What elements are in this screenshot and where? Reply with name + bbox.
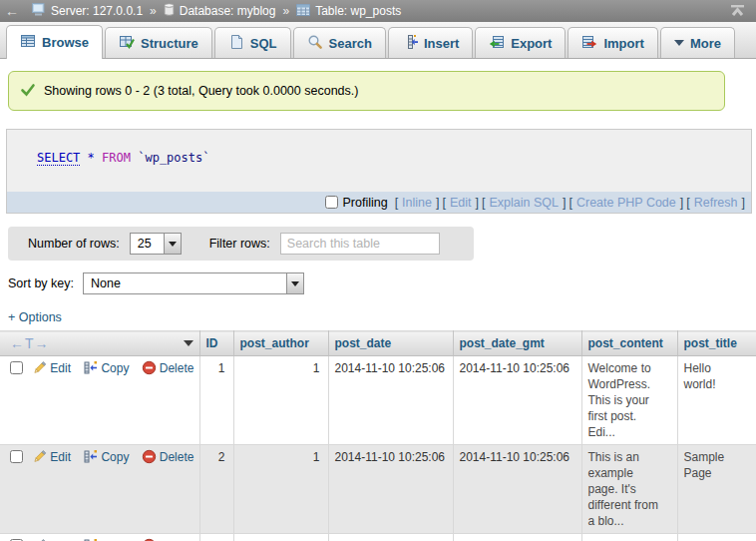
column-nav-arrows-icon[interactable]: ←T→: [10, 335, 50, 351]
table-row: Edit Copy Delete 3 1 2014-11-14 06:33:38…: [0, 534, 756, 541]
delete-action: Delete: [142, 450, 194, 464]
delete-icon: [142, 450, 160, 464]
tab-label: Browse: [42, 35, 89, 50]
cell-post-date: 2014-11-14 06:33:38: [328, 534, 453, 541]
explain-sql-link[interactable]: Explain SQL: [489, 196, 558, 210]
tab-label: Export: [511, 36, 552, 51]
breadcrumb-database[interactable]: Database: myblog: [180, 4, 276, 18]
filter-rows-input[interactable]: [280, 233, 440, 255]
collapse-icon[interactable]: [730, 5, 745, 17]
delete-action: Delete: [142, 361, 194, 375]
profiling-label: Profiling: [342, 196, 387, 210]
cell-post-title: Hello world!: [677, 356, 756, 445]
sql-table-ref: `wp_posts`: [138, 151, 209, 165]
tab-browse[interactable]: Browse: [6, 25, 103, 59]
edit-action: Edit: [32, 361, 71, 375]
column-header-post-title[interactable]: post_title: [677, 331, 756, 356]
cell-post-content: This is an example page. It's different …: [581, 445, 677, 534]
column-header-post-content[interactable]: post_content: [581, 331, 677, 356]
status-message-text: Showing rows 0 - 2 (3 total, Query took …: [44, 84, 358, 98]
number-of-rows-label: Number of rows:: [28, 237, 120, 251]
copy-link[interactable]: Copy: [101, 361, 129, 375]
refresh-link[interactable]: Refresh: [694, 196, 738, 210]
sql-keyword-select: SELECT: [37, 151, 80, 166]
delete-link[interactable]: Delete: [160, 361, 194, 375]
cell-post-content: [581, 534, 677, 541]
sort-dropdown-icon[interactable]: [184, 340, 193, 351]
rows-controls-bar: Number of rows: 25 Filter rows:: [8, 227, 474, 261]
column-header-actions: ←T→: [0, 331, 199, 356]
copy-icon: [83, 361, 101, 375]
tab-search[interactable]: Search: [293, 27, 386, 58]
back-arrow-icon[interactable]: ←: [0, 3, 24, 19]
bracket: [: [568, 196, 571, 210]
cell-post-date-gmt: 0000-00-00 00:00:00: [453, 534, 581, 541]
column-header-post-author[interactable]: post_author: [233, 331, 328, 356]
cell-post-date-gmt: 2014-11-10 10:25:06: [453, 445, 581, 534]
cell-id: 3: [199, 534, 233, 541]
cell-post-date-gmt: 2014-11-10 10:25:06: [453, 356, 581, 445]
delete-link[interactable]: Delete: [160, 450, 194, 464]
profiling-checkbox[interactable]: [325, 196, 338, 209]
tab-import[interactable]: Import: [567, 27, 657, 58]
server-breadcrumb-bar: ← Server: 127.0.0.1 » Database: myblog »…: [0, 0, 756, 22]
cell-post-title: Auto Draft: [677, 534, 756, 541]
sort-by-key-select[interactable]: None: [83, 272, 304, 294]
edit-link[interactable]: Edit: [50, 450, 71, 464]
tab-sql[interactable]: SQL: [214, 27, 291, 58]
sort-by-key-label: Sort by key:: [8, 276, 74, 290]
export-icon: [489, 34, 505, 53]
inline-link[interactable]: Inline: [402, 196, 432, 210]
copy-link[interactable]: Copy: [101, 450, 129, 464]
tab-structure[interactable]: Structure: [105, 27, 212, 58]
tab-label: More: [690, 36, 721, 51]
row-actions-cell: Edit Copy Delete: [0, 445, 199, 534]
row-actions-cell: Edit Copy Delete: [0, 356, 199, 445]
sql-icon: [228, 34, 244, 53]
tab-label: Insert: [424, 36, 459, 51]
cell-post-date: 2014-11-10 10:25:06: [328, 356, 453, 445]
column-header-id[interactable]: ID: [199, 331, 233, 356]
tab-label: Search: [329, 36, 372, 51]
breadcrumb-table[interactable]: Table: wp_posts: [315, 4, 401, 18]
cell-post-author: 1: [233, 356, 328, 445]
edit-link[interactable]: Edit: [50, 361, 71, 375]
tab-export[interactable]: Export: [475, 27, 566, 58]
success-check-icon: [20, 82, 36, 101]
copy-icon: [83, 450, 101, 464]
profiling-toggle: Profiling: [325, 196, 387, 210]
bracket: [: [686, 196, 689, 210]
row-checkbox[interactable]: [10, 450, 23, 463]
cell-post-title: Sample Page: [677, 445, 756, 534]
sql-toolbar: Profiling [Inline] [Edit] [Explain SQL] …: [7, 192, 751, 213]
insert-icon: [402, 34, 418, 53]
bracket: [: [482, 196, 485, 210]
tab-label: Import: [603, 36, 643, 51]
copy-action: Copy: [83, 361, 129, 375]
options-toggle-link[interactable]: + Options: [8, 310, 62, 324]
bracket: ]: [680, 196, 683, 210]
table-row: Edit Copy Delete 2 1 2014-11-10 10:25:06…: [0, 445, 756, 534]
column-header-post-date[interactable]: post_date: [328, 331, 453, 356]
bracket: ]: [476, 196, 479, 210]
copy-action: Copy: [83, 450, 129, 464]
breadcrumb-server[interactable]: Server: 127.0.0.1: [51, 4, 143, 18]
bracket: ]: [742, 196, 745, 210]
sql-keyword-from: FROM: [102, 151, 131, 165]
table-header-row: ←T→ ID post_author post_date post_date_g…: [0, 331, 756, 356]
sort-by-key-value: None: [84, 276, 121, 290]
row-checkbox[interactable]: [10, 361, 23, 374]
tab-label: SQL: [250, 36, 277, 51]
number-of-rows-select[interactable]: 25: [130, 233, 182, 255]
create-php-code-link[interactable]: Create PHP Code: [576, 196, 676, 210]
edit-query-link[interactable]: Edit: [450, 196, 472, 210]
number-of-rows-value: 25: [131, 237, 152, 251]
tab-insert[interactable]: Insert: [388, 27, 473, 58]
column-header-post-date-gmt[interactable]: post_date_gmt: [453, 331, 581, 356]
pencil-icon: [32, 361, 50, 375]
breadcrumb: Server: 127.0.0.1 » Database: myblog » T…: [32, 3, 401, 19]
pencil-icon: [32, 450, 50, 464]
tab-more[interactable]: More: [660, 27, 735, 58]
results-table: ←T→ ID post_author post_date post_date_g…: [0, 330, 756, 541]
sql-query-box: SELECT * FROM `wp_posts` Profiling [Inli…: [6, 129, 752, 214]
